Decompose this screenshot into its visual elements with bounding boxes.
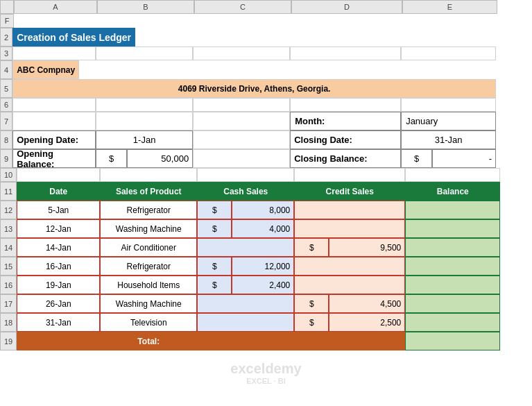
row12-date: 5-Jan xyxy=(17,201,100,219)
row-3: 3 xyxy=(0,46,532,60)
month-label: Month: xyxy=(291,116,329,126)
rownum-12: 12 xyxy=(0,201,17,219)
row-17: 17 26-Jan Washing Machine $ 4,500 xyxy=(0,294,532,313)
row14-cash-empty xyxy=(197,238,294,257)
row16-date: 19-Jan xyxy=(17,276,100,294)
opening-date-label: Opening Date: xyxy=(12,130,96,149)
row13-cash-cur: $ xyxy=(197,219,232,238)
company-address-cell: 4069 Riverside Drive, Athens, Georgia. xyxy=(12,79,496,98)
rownum-4: 4 xyxy=(0,60,12,79)
total-credit xyxy=(294,332,405,350)
row17-credit: 4,500 xyxy=(329,294,405,313)
row-18: 18 31-Jan Television $ 2,500 xyxy=(0,313,532,332)
watermark: exceldemy EXCEL · BI xyxy=(230,361,301,385)
row13-cash: 4,000 xyxy=(232,219,294,238)
rownum-13: 13 xyxy=(0,219,17,238)
row17-credit-cur: $ xyxy=(294,294,329,313)
row16-cash-cur: $ xyxy=(197,276,232,294)
opening-balance-label: Opening Balance: xyxy=(12,149,96,168)
row13-date: 12-Jan xyxy=(17,219,100,238)
col-header-a: A xyxy=(14,0,97,14)
row-12: 12 5-Jan Refrigerator $ 8,000 xyxy=(0,201,532,219)
col-header-c: C xyxy=(194,0,291,14)
row13-credit xyxy=(294,219,405,238)
row18-product: Television xyxy=(100,313,197,332)
row-9: 9 Opening Balance: $ 50,000 Closing Bala… xyxy=(0,149,532,168)
row16-cash: 2,400 xyxy=(232,276,294,294)
closing-date-value: 31-Jan xyxy=(401,130,496,149)
col-header-row: A B C D E F xyxy=(0,0,532,28)
total-cash xyxy=(197,332,294,350)
header-credit: Credit Sales xyxy=(294,182,405,201)
total-label: Total: xyxy=(100,332,197,350)
row12-credit xyxy=(294,201,405,219)
row-10: 10 xyxy=(0,168,532,182)
rownum-18: 18 xyxy=(0,313,17,332)
rownum-15: 15 xyxy=(0,257,17,276)
row14-balance xyxy=(405,238,500,257)
row13-balance xyxy=(405,219,500,238)
row3-e xyxy=(290,46,401,60)
row-6: 6 xyxy=(0,98,532,112)
row17-balance xyxy=(405,294,500,313)
header-date: Date xyxy=(17,182,100,201)
rownum-10: 10 xyxy=(0,168,17,182)
opening-balance-value: 50,000 xyxy=(127,149,193,168)
row14-product: Air Conditioner xyxy=(100,238,197,257)
total-balance xyxy=(405,332,500,350)
row15-cash: 12,000 xyxy=(232,257,294,276)
rownum-5: 5 xyxy=(0,79,12,98)
total-date xyxy=(17,332,100,350)
header-cash: Cash Sales xyxy=(197,182,294,201)
row18-credit: 2,500 xyxy=(329,313,405,332)
row18-date: 31-Jan xyxy=(17,313,100,332)
rownum-3: 3 xyxy=(0,46,12,60)
col-header-f: F xyxy=(0,14,14,28)
row-5: 5 4069 Riverside Drive, Athens, Georgia. xyxy=(0,79,532,98)
row14-credit-cur: $ xyxy=(294,238,329,257)
rownum-16: 16 xyxy=(0,276,17,294)
row-2: 2 Creation of Sales Ledger xyxy=(0,28,532,46)
rownum-6: 6 xyxy=(0,98,12,112)
row15-product: Refrigerator xyxy=(100,257,197,276)
rownum-17: 17 xyxy=(0,294,17,313)
row13-product: Washing Machine xyxy=(100,219,197,238)
row14-date: 14-Jan xyxy=(17,238,100,257)
rownum-2: 2 xyxy=(0,28,12,46)
row17-date: 26-Jan xyxy=(17,294,100,313)
row3-b xyxy=(12,46,96,60)
row-13: 13 12-Jan Washing Machine $ 4,000 xyxy=(0,219,532,238)
row15-cash-cur: $ xyxy=(197,257,232,276)
row-14: 14 14-Jan Air Conditioner $ 9,500 xyxy=(0,238,532,257)
row3-f xyxy=(401,46,496,60)
row15-date: 16-Jan xyxy=(17,257,100,276)
row-15: 15 16-Jan Refrigerator $ 12,000 xyxy=(0,257,532,276)
company-name-cell: ABC Compnay xyxy=(12,60,79,79)
row-8: 8 Opening Date: 1-Jan Closing Date: 31-J… xyxy=(0,130,532,149)
closing-balance-value: - xyxy=(432,149,496,168)
row15-balance xyxy=(405,257,500,276)
rownum-14: 14 xyxy=(0,238,17,257)
closing-balance-label: Closing Balance: xyxy=(290,149,401,168)
opening-balance-currency: $ xyxy=(96,149,127,168)
row12-cash-cur: $ xyxy=(197,201,232,219)
row18-cash-empty xyxy=(197,313,294,332)
row17-product: Washing Machine xyxy=(100,294,197,313)
header-balance: Balance xyxy=(405,182,500,201)
header-product: Sales of Product xyxy=(100,182,197,201)
row-4: 4 ABC Compnay xyxy=(0,60,532,79)
row12-cash: 8,000 xyxy=(232,201,294,219)
row12-balance xyxy=(405,201,500,219)
row14-credit: 9,500 xyxy=(329,238,405,257)
spreadsheet: A B C D E F 2 Creation of Sales Ledger 3… xyxy=(0,0,532,406)
row16-product: Household Items xyxy=(100,276,197,294)
rownum-11: 11 xyxy=(0,182,17,201)
rownum-9: 9 xyxy=(0,149,12,168)
col-header-d: D xyxy=(291,0,402,14)
rownum-19: 19 xyxy=(0,332,17,350)
opening-date-value: 1-Jan xyxy=(96,130,193,149)
row12-product: Refrigerator xyxy=(100,201,197,219)
title-cell: Creation of Sales Ledger xyxy=(12,28,135,46)
month-value: January xyxy=(406,116,438,126)
col-header-b: B xyxy=(97,0,194,14)
